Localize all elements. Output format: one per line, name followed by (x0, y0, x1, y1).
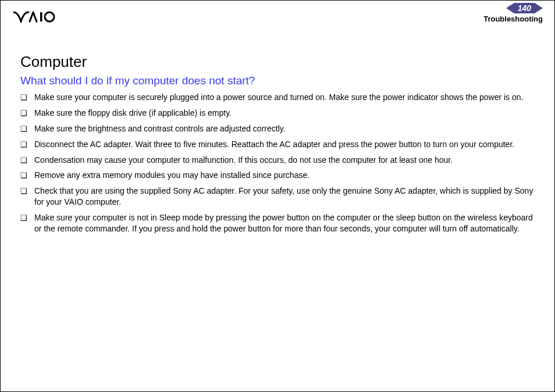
section-heading-link[interactable]: Troubleshooting (483, 15, 543, 23)
list-item-text: Remove any extra memory modules you may … (34, 170, 535, 181)
list-item: ❑Make sure the floppy disk drive (if app… (20, 108, 535, 119)
list-item: ❑Remove any extra memory modules you may… (20, 170, 535, 181)
page-number: 140 (514, 3, 535, 13)
square-bullet-icon: ❑ (20, 212, 34, 223)
square-bullet-icon: ❑ (20, 139, 34, 150)
svg-rect-0 (40, 12, 42, 22)
page-number-badge[interactable]: 140 (506, 3, 543, 13)
list-item-text: Disconnect the AC adapter. Wait three to… (34, 139, 535, 150)
square-bullet-icon: ❑ (20, 155, 34, 166)
list-item: ❑Make sure your computer is securely plu… (20, 92, 535, 103)
list-item: ❑Make sure the brightness and contrast c… (20, 123, 535, 134)
list-item: ❑Check that you are using the supplied S… (20, 186, 535, 208)
list-item-text: Make sure your computer is securely plug… (34, 92, 535, 103)
list-item-text: Make sure the floppy disk drive (if appl… (34, 108, 535, 119)
svg-point-1 (45, 12, 54, 22)
list-item-text: Make sure your computer is not in Sleep … (34, 212, 535, 234)
vaio-logo-icon (13, 11, 67, 23)
prev-page-icon[interactable] (506, 3, 514, 13)
page-content: Computer What should I do if my computer… (1, 28, 554, 234)
square-bullet-icon: ❑ (20, 170, 34, 181)
document-page: 140 Troubleshooting Computer What should… (0, 0, 555, 392)
list-item: ❑Make sure your computer is not in Sleep… (20, 212, 535, 234)
question-heading: What should I do if my computer does not… (20, 74, 535, 87)
next-page-icon[interactable] (535, 3, 543, 13)
list-item: ❑Condensation may cause your computer to… (20, 155, 535, 166)
square-bullet-icon: ❑ (20, 123, 34, 134)
square-bullet-icon: ❑ (20, 186, 34, 197)
list-item-text: Condensation may cause your computer to … (34, 155, 535, 166)
list-item-text: Make sure the brightness and contrast co… (34, 123, 535, 134)
square-bullet-icon: ❑ (20, 92, 34, 103)
list-item: ❑Disconnect the AC adapter. Wait three t… (20, 139, 535, 150)
square-bullet-icon: ❑ (20, 108, 34, 119)
troubleshooting-list: ❑Make sure your computer is securely plu… (20, 92, 535, 234)
page-header: 140 Troubleshooting (1, 1, 554, 28)
list-item-text: Check that you are using the supplied So… (34, 186, 535, 208)
page-title: Computer (20, 53, 535, 71)
